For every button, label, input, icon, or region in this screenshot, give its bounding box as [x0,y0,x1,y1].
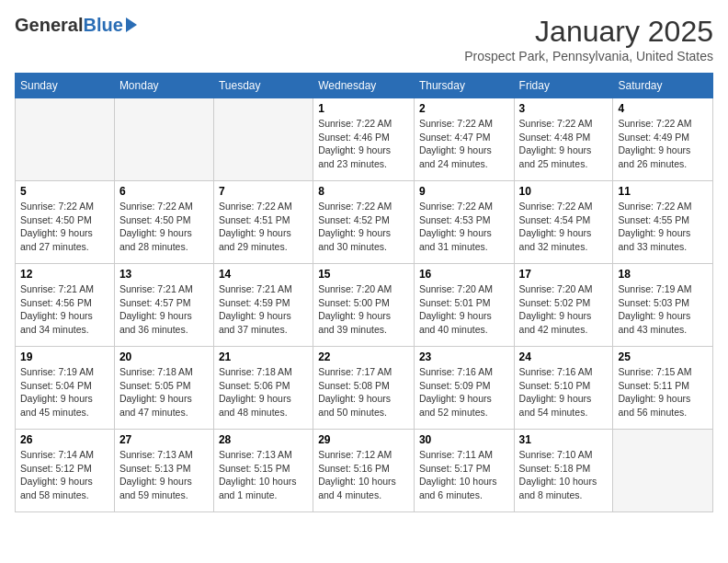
day-info: Sunrise: 7:16 AM Sunset: 5:10 PM Dayligh… [519,365,609,419]
logo-blue-text: Blue [83,15,122,36]
calendar-week-2: 5Sunrise: 7:22 AM Sunset: 4:50 PM Daylig… [16,181,713,264]
calendar-cell: 4Sunrise: 7:22 AM Sunset: 4:49 PM Daylig… [613,98,713,181]
calendar-cell: 6Sunrise: 7:22 AM Sunset: 4:50 PM Daylig… [114,181,213,264]
day-info: Sunrise: 7:22 AM Sunset: 4:52 PM Dayligh… [318,200,409,254]
calendar-cell: 16Sunrise: 7:20 AM Sunset: 5:01 PM Dayli… [414,264,514,347]
day-number: 30 [419,433,509,446]
day-number: 13 [119,268,209,281]
day-number: 16 [419,268,509,281]
month-title: January 2025 [464,15,713,49]
day-info: Sunrise: 7:19 AM Sunset: 5:03 PM Dayligh… [618,282,708,337]
page-header: General Blue January 2025 Prospect Park,… [15,15,713,63]
day-number: 14 [219,268,308,281]
column-header-saturday: Saturday [613,74,713,98]
day-info: Sunrise: 7:13 AM Sunset: 5:13 PM Dayligh… [119,448,209,502]
column-header-friday: Friday [514,74,613,98]
calendar-cell: 23Sunrise: 7:16 AM Sunset: 5:09 PM Dayli… [414,347,514,430]
calendar-cell [16,98,115,181]
calendar-cell: 29Sunrise: 7:12 AM Sunset: 5:16 PM Dayli… [313,430,415,512]
day-number: 21 [219,350,308,363]
day-info: Sunrise: 7:22 AM Sunset: 4:53 PM Dayligh… [419,200,509,254]
day-number: 15 [318,268,409,281]
column-header-thursday: Thursday [414,74,514,98]
day-info: Sunrise: 7:22 AM Sunset: 4:48 PM Dayligh… [519,117,609,171]
day-number: 27 [119,433,209,446]
day-number: 28 [219,433,308,446]
calendar-cell: 15Sunrise: 7:20 AM Sunset: 5:00 PM Dayli… [313,264,415,347]
day-number: 4 [618,102,708,115]
day-info: Sunrise: 7:10 AM Sunset: 5:18 PM Dayligh… [519,448,609,502]
day-number: 6 [119,185,209,198]
calendar-cell [213,98,313,181]
column-header-tuesday: Tuesday [213,74,313,98]
day-number: 20 [119,350,209,363]
calendar-cell: 13Sunrise: 7:21 AM Sunset: 4:57 PM Dayli… [114,264,213,347]
day-number: 31 [519,433,609,446]
calendar-cell: 25Sunrise: 7:15 AM Sunset: 5:11 PM Dayli… [613,347,713,430]
day-info: Sunrise: 7:12 AM Sunset: 5:16 PM Dayligh… [318,448,409,502]
calendar-cell: 9Sunrise: 7:22 AM Sunset: 4:53 PM Daylig… [414,181,514,264]
day-number: 9 [419,185,509,198]
calendar-cell: 20Sunrise: 7:18 AM Sunset: 5:05 PM Dayli… [114,347,213,430]
calendar-week-1: 1Sunrise: 7:22 AM Sunset: 4:46 PM Daylig… [16,98,713,181]
day-info: Sunrise: 7:22 AM Sunset: 4:50 PM Dayligh… [20,200,109,254]
calendar-cell: 27Sunrise: 7:13 AM Sunset: 5:13 PM Dayli… [114,430,213,512]
calendar-cell: 18Sunrise: 7:19 AM Sunset: 5:03 PM Dayli… [613,264,713,347]
calendar-cell: 28Sunrise: 7:13 AM Sunset: 5:15 PM Dayli… [213,430,313,512]
day-info: Sunrise: 7:22 AM Sunset: 4:51 PM Dayligh… [219,200,308,254]
calendar-cell: 19Sunrise: 7:19 AM Sunset: 5:04 PM Dayli… [16,347,115,430]
calendar-cell: 2Sunrise: 7:22 AM Sunset: 4:47 PM Daylig… [414,98,514,181]
day-info: Sunrise: 7:20 AM Sunset: 5:00 PM Dayligh… [318,282,409,337]
day-number: 2 [419,102,509,115]
day-number: 19 [20,350,109,363]
day-number: 10 [519,185,609,198]
calendar-cell: 26Sunrise: 7:14 AM Sunset: 5:12 PM Dayli… [16,430,115,512]
day-info: Sunrise: 7:22 AM Sunset: 4:47 PM Dayligh… [419,117,509,171]
day-info: Sunrise: 7:21 AM Sunset: 4:59 PM Dayligh… [219,282,308,337]
calendar-cell: 8Sunrise: 7:22 AM Sunset: 4:52 PM Daylig… [313,181,415,264]
calendar-week-4: 19Sunrise: 7:19 AM Sunset: 5:04 PM Dayli… [16,347,713,430]
day-info: Sunrise: 7:16 AM Sunset: 5:09 PM Dayligh… [419,365,509,419]
day-number: 17 [519,268,609,281]
day-info: Sunrise: 7:11 AM Sunset: 5:17 PM Dayligh… [419,448,509,502]
day-info: Sunrise: 7:21 AM Sunset: 4:57 PM Dayligh… [119,282,209,337]
calendar-cell: 17Sunrise: 7:20 AM Sunset: 5:02 PM Dayli… [514,264,613,347]
calendar-header-row: SundayMondayTuesdayWednesdayThursdayFrid… [16,74,713,98]
calendar-week-3: 12Sunrise: 7:21 AM Sunset: 4:56 PM Dayli… [16,264,713,347]
day-number: 8 [318,185,409,198]
day-info: Sunrise: 7:14 AM Sunset: 5:12 PM Dayligh… [20,448,109,502]
calendar-cell: 3Sunrise: 7:22 AM Sunset: 4:48 PM Daylig… [514,98,613,181]
column-header-sunday: Sunday [16,74,115,98]
day-number: 24 [519,350,609,363]
day-info: Sunrise: 7:19 AM Sunset: 5:04 PM Dayligh… [20,365,109,419]
day-info: Sunrise: 7:20 AM Sunset: 5:01 PM Dayligh… [419,282,509,337]
day-number: 29 [318,433,409,446]
calendar-table: SundayMondayTuesdayWednesdayThursdayFrid… [15,73,713,512]
calendar-cell [613,430,713,512]
day-info: Sunrise: 7:18 AM Sunset: 5:06 PM Dayligh… [219,365,308,419]
calendar-cell: 10Sunrise: 7:22 AM Sunset: 4:54 PM Dayli… [514,181,613,264]
day-info: Sunrise: 7:13 AM Sunset: 5:15 PM Dayligh… [219,448,308,502]
calendar-week-5: 26Sunrise: 7:14 AM Sunset: 5:12 PM Dayli… [16,430,713,512]
calendar-cell: 12Sunrise: 7:21 AM Sunset: 4:56 PM Dayli… [16,264,115,347]
day-number: 18 [618,268,708,281]
day-number: 25 [618,350,708,363]
day-info: Sunrise: 7:15 AM Sunset: 5:11 PM Dayligh… [618,365,708,419]
day-number: 5 [20,185,109,198]
day-info: Sunrise: 7:22 AM Sunset: 4:54 PM Dayligh… [519,200,609,254]
calendar-cell: 7Sunrise: 7:22 AM Sunset: 4:51 PM Daylig… [213,181,313,264]
calendar-cell: 24Sunrise: 7:16 AM Sunset: 5:10 PM Dayli… [514,347,613,430]
calendar-cell: 22Sunrise: 7:17 AM Sunset: 5:08 PM Dayli… [313,347,415,430]
calendar-cell: 1Sunrise: 7:22 AM Sunset: 4:46 PM Daylig… [313,98,415,181]
calendar-cell: 5Sunrise: 7:22 AM Sunset: 4:50 PM Daylig… [16,181,115,264]
logo-arrow-icon [126,17,137,32]
day-number: 11 [618,185,708,198]
logo-general-text: General [15,15,83,36]
day-number: 22 [318,350,409,363]
calendar-body: 1Sunrise: 7:22 AM Sunset: 4:46 PM Daylig… [16,98,713,512]
day-info: Sunrise: 7:21 AM Sunset: 4:56 PM Dayligh… [20,282,109,337]
day-info: Sunrise: 7:22 AM Sunset: 4:49 PM Dayligh… [618,117,708,171]
day-number: 23 [419,350,509,363]
day-info: Sunrise: 7:17 AM Sunset: 5:08 PM Dayligh… [318,365,409,419]
day-info: Sunrise: 7:18 AM Sunset: 5:05 PM Dayligh… [119,365,209,419]
